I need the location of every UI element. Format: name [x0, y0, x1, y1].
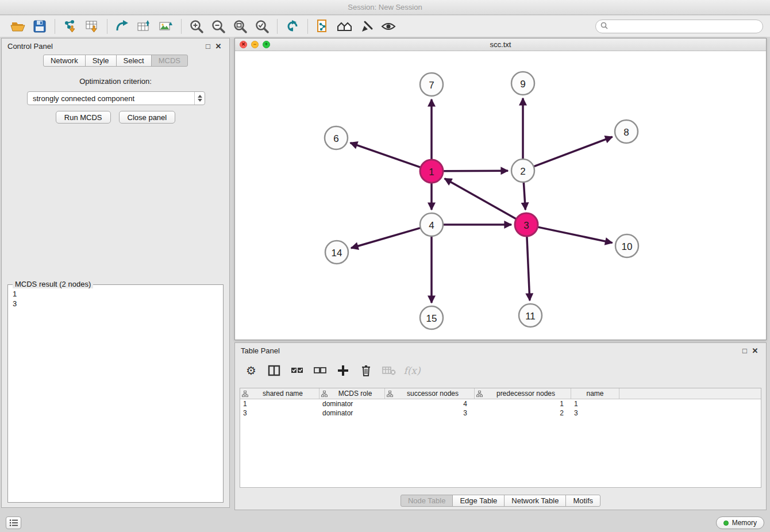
float-table-panel-icon[interactable]: □: [740, 345, 750, 356]
function-icon: f(x): [404, 363, 420, 379]
table-toolbar: ⚙ f(x): [240, 359, 420, 382]
zoom-fit-icon[interactable]: [229, 17, 251, 36]
tab-edge-table[interactable]: Edge Table: [452, 495, 505, 507]
search-input[interactable]: [611, 22, 758, 30]
zoom-selected-icon[interactable]: [251, 17, 273, 36]
app-title: Session: New Session: [348, 3, 422, 11]
control-panel-tabs: Network Style Select MCDS: [2, 55, 229, 67]
column-header-name[interactable]: name: [571, 388, 619, 399]
unselect-all-icon[interactable]: [312, 363, 328, 379]
open-session-icon[interactable]: [7, 17, 29, 36]
maximize-window-icon[interactable]: +: [263, 41, 270, 48]
search-box[interactable]: [595, 20, 763, 33]
close-panel-button[interactable]: Close panel: [119, 111, 176, 124]
graph-node[interactable]: 10: [615, 234, 638, 257]
graph-node[interactable]: 1: [420, 160, 443, 183]
import-network-icon[interactable]: [59, 17, 81, 36]
zoom-out-icon[interactable]: [207, 17, 229, 36]
export-network-icon[interactable]: [111, 17, 133, 36]
task-history-button[interactable]: [6, 516, 21, 529]
minimize-window-icon[interactable]: −: [251, 41, 259, 48]
table-row[interactable]: 3dominator323: [240, 408, 761, 418]
column-header-mcds-role[interactable]: MCDS role: [319, 388, 385, 399]
table-row[interactable]: 1dominator411: [240, 399, 761, 408]
annotation-icon[interactable]: [356, 17, 378, 36]
graph-node[interactable]: 2: [511, 159, 534, 182]
refresh-icon[interactable]: [282, 17, 303, 36]
gear-icon[interactable]: ⚙: [243, 363, 259, 379]
columns-icon[interactable]: [266, 363, 282, 379]
tab-select[interactable]: Select: [116, 55, 152, 67]
tab-style[interactable]: Style: [85, 55, 117, 67]
memory-button[interactable]: Memory: [716, 516, 764, 529]
graph-edge[interactable]: [351, 228, 421, 248]
float-panel-icon[interactable]: □: [203, 41, 213, 51]
toolbar-separator: [277, 19, 278, 34]
memory-status-icon: [723, 521, 729, 526]
tab-motifs[interactable]: Motifs: [565, 495, 600, 507]
graph-node[interactable]: 6: [325, 126, 348, 149]
graph-node[interactable]: 9: [511, 72, 534, 95]
network-window-titlebar[interactable]: scc.txt: [235, 38, 766, 51]
tab-mcds[interactable]: MCDS: [151, 55, 188, 67]
column-header-predecessor-nodes[interactable]: predecessor nodes: [475, 388, 571, 399]
list-icon: [9, 519, 18, 527]
table-cell: 3: [571, 409, 619, 417]
graph-edge[interactable]: [443, 171, 508, 171]
graph-node[interactable]: 8: [615, 120, 638, 143]
save-session-icon[interactable]: [29, 17, 51, 36]
toolbar-separator: [307, 19, 308, 34]
graph-edge[interactable]: [351, 143, 421, 168]
table-cell: 2: [475, 409, 571, 417]
select-all-icon[interactable]: [289, 363, 305, 379]
mcds-result-line: 3: [13, 299, 218, 309]
close-table-panel-icon[interactable]: ✕: [750, 345, 760, 356]
table-panel-header: Table Panel □ ✕: [235, 343, 766, 358]
toolbar-separator: [181, 19, 182, 34]
column-header-shared-name[interactable]: shared name: [240, 388, 319, 399]
run-mcds-button[interactable]: Run MCDS: [56, 111, 111, 124]
close-window-icon[interactable]: ✕: [240, 41, 247, 48]
mcds-result-line: 1: [13, 289, 218, 299]
graph-edge[interactable]: [445, 179, 517, 219]
close-panel-icon[interactable]: ✕: [213, 41, 224, 51]
graph-edge[interactable]: [523, 182, 525, 210]
table-panel-title: Table Panel: [241, 346, 280, 355]
zoom-in-icon[interactable]: [186, 17, 207, 36]
mcds-result-lines[interactable]: 13: [8, 285, 223, 313]
graph-edge[interactable]: [527, 236, 530, 300]
first-neighbors-icon[interactable]: [334, 17, 356, 36]
column-header-successor-nodes[interactable]: successor nodes: [385, 388, 475, 399]
toolbar-separator: [55, 19, 55, 34]
tab-node-table[interactable]: Node Table: [401, 495, 453, 507]
svg-text:9: 9: [520, 79, 525, 90]
network-graph[interactable]: 1234678910111415: [235, 38, 767, 341]
graph-node[interactable]: 11: [519, 304, 542, 327]
graph-edge[interactable]: [534, 137, 613, 167]
graph-node[interactable]: 3: [515, 213, 538, 236]
control-panel: Control Panel □ ✕ Network Style Select M…: [1, 38, 230, 508]
graph-node[interactable]: 14: [325, 241, 348, 264]
table-cell: 1: [571, 400, 619, 408]
graph-edge[interactable]: [538, 227, 613, 242]
add-icon[interactable]: [335, 363, 351, 379]
delete-icon[interactable]: [358, 363, 374, 379]
graph-node[interactable]: 4: [420, 213, 443, 236]
import-table-icon[interactable]: [81, 17, 103, 36]
show-hide-icon[interactable]: [378, 17, 399, 36]
node-table-body: 1dominator4113dominator323: [240, 399, 761, 418]
network-view-window: 1234678910111415 scc.txt ✕ − +: [234, 38, 767, 340]
graph-node[interactable]: 7: [420, 73, 443, 96]
table-tabs: Node Table Edge Table Network Table Moti…: [235, 495, 766, 507]
optimization-criterion-select[interactable]: strongly connected component: [27, 91, 205, 105]
status-bar: Memory: [0, 514, 770, 532]
network-document-icon[interactable]: [312, 17, 334, 36]
export-table-icon[interactable]: [133, 17, 155, 36]
export-image-icon[interactable]: [155, 17, 177, 36]
column-sort-icon: [321, 391, 328, 397]
svg-text:14: 14: [332, 248, 342, 259]
tab-network-table[interactable]: Network Table: [504, 495, 566, 507]
tab-network[interactable]: Network: [43, 55, 86, 67]
mcds-buttons-row: Run MCDS Close panel: [2, 111, 229, 124]
graph-node[interactable]: 15: [420, 306, 443, 329]
